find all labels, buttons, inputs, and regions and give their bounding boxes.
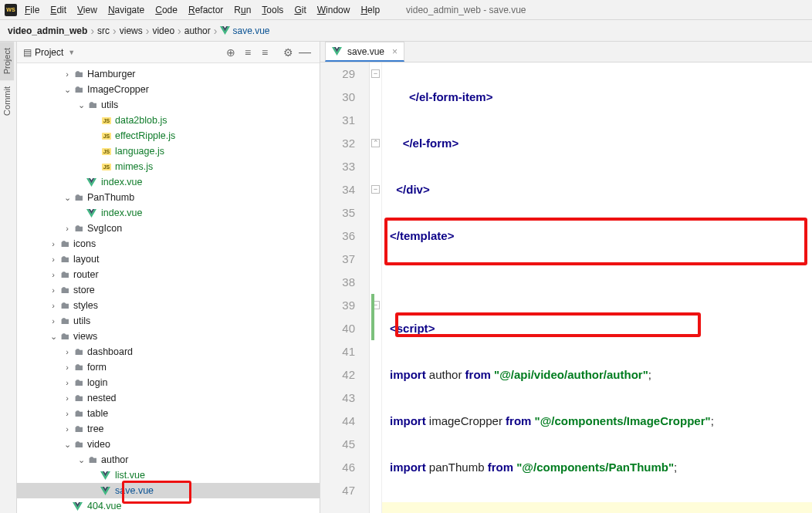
folder-icon: 🖿: [73, 376, 85, 389]
crumb-root[interactable]: video_admin_web: [8, 25, 87, 36]
tree-item-effectripple[interactable]: ·JSeffectRipple.js: [17, 128, 320, 143]
menu-navigate[interactable]: NavigateNavigate: [108, 5, 144, 15]
close-icon[interactable]: ×: [392, 46, 398, 57]
folder-icon: 🖿: [73, 346, 85, 358]
project-header: ▤ Project ▼ ⊕ ≡ ≡ ⚙ —: [17, 42, 320, 63]
project-tree[interactable]: ›🖿Hamburger ⌄🖿ImageCropper ⌄🖿utils ·JSda…: [17, 63, 320, 513]
fold-minus-icon[interactable]: −: [371, 185, 380, 194]
folder-icon: 🖿: [73, 423, 85, 435]
folder-icon: 🖿: [73, 361, 85, 373]
folder-icon: 🖿: [73, 438, 85, 451]
select-opened-file-icon[interactable]: ⊕: [222, 46, 239, 59]
tree-item-panthumb[interactable]: ⌄🖿PanThumb: [17, 190, 320, 205]
expand-all-icon[interactable]: ≡: [239, 46, 256, 59]
menubar: WS FFileile EditEdit ViewView NavigateNa…: [0, 0, 812, 20]
vue-icon: [100, 484, 113, 497]
editor-body[interactable]: 29303132333435363738394041424344454647 −…: [320, 62, 812, 513]
tree-item-tree[interactable]: ›🖿tree: [17, 421, 320, 437]
folder-icon: 🖿: [59, 253, 71, 265]
tree-item-store[interactable]: ›🖿store: [17, 282, 320, 298]
hide-button[interactable]: —: [296, 49, 313, 56]
tree-item-router[interactable]: ›🖿router: [17, 267, 320, 282]
fold-end-icon[interactable]: ⌃: [371, 139, 380, 147]
tree-item-savevue[interactable]: ·save.vue: [17, 483, 320, 498]
line-number-gutter: 29303132333435363738394041424344454647: [320, 62, 370, 513]
crumb-video[interactable]: video: [152, 25, 174, 36]
breadcrumb: video_admin_web › src › views › video › …: [0, 20, 812, 42]
gear-icon[interactable]: ⚙: [279, 46, 296, 59]
crumb-views[interactable]: views: [120, 25, 143, 36]
tree-item-login[interactable]: ›🖿login: [17, 375, 320, 390]
vue-icon: [86, 207, 99, 219]
vue-icon: [86, 176, 99, 188]
tree-item-author[interactable]: ⌄🖿author: [17, 452, 320, 467]
tab-save-vue[interactable]: save.vue ×: [325, 42, 404, 62]
project-title[interactable]: ▤ Project ▼: [23, 47, 75, 58]
crumb-file[interactable]: save.vue: [220, 25, 269, 36]
menu-view[interactable]: ViewView: [77, 5, 97, 15]
tree-item-views[interactable]: ⌄🖿views: [17, 329, 320, 344]
tree-item-svgicon[interactable]: ›🖿SvgIcon: [17, 221, 320, 236]
tree-item-imagecropper[interactable]: ⌄🖿ImageCropper: [17, 82, 320, 97]
tree-item-layout[interactable]: ›🖿layout: [17, 251, 320, 267]
crumb-src[interactable]: src: [97, 25, 110, 36]
tree-item-form[interactable]: ›🖿form: [17, 359, 320, 375]
tree-item-utils2[interactable]: ›🖿utils: [17, 313, 320, 329]
menu-tools[interactable]: ToolsTools: [262, 5, 283, 15]
vue-icon: [332, 47, 342, 56]
vue-icon: [220, 26, 230, 35]
tree-item-nested[interactable]: ›🖿nested: [17, 390, 320, 406]
menu-run[interactable]: RunRun: [234, 5, 251, 15]
tree-item-dashboard[interactable]: ›🖿dashboard: [17, 344, 320, 359]
project-icon: ▤: [23, 47, 32, 58]
crumb-file-label: save.vue: [232, 25, 269, 36]
folder-icon: 🖿: [86, 99, 99, 111]
folder-icon: 🖿: [73, 191, 85, 204]
chevron-right-icon: ›: [113, 25, 117, 37]
js-icon: JS: [100, 145, 113, 157]
tree-item-mimes[interactable]: ·JSmimes.js: [17, 159, 320, 174]
tree-item-table[interactable]: ›🖿table: [17, 406, 320, 421]
tool-commit[interactable]: Commit: [0, 80, 14, 122]
folder-icon: 🖿: [73, 392, 85, 404]
window-title: video_admin_web - save.vue: [406, 5, 526, 15]
tree-item-hamburger[interactable]: ›🖿Hamburger: [17, 66, 320, 82]
code-area[interactable]: </el-form-item> </el-form> </div> </temp…: [382, 62, 812, 513]
js-icon: JS: [100, 114, 113, 127]
tree-item-utils[interactable]: ⌄🖿utils: [17, 97, 320, 113]
menu-window[interactable]: WindowWindow: [317, 5, 350, 15]
tree-item-language[interactable]: ·JSlanguage.js: [17, 143, 320, 159]
tree-item-data2blob[interactable]: ·JSdata2blob.js: [17, 113, 320, 128]
tree-item-index2[interactable]: ·index.vue: [17, 205, 320, 221]
folder-icon: 🖿: [59, 330, 71, 343]
menu-help[interactable]: HelpHelp: [360, 5, 380, 15]
collapse-all-icon[interactable]: ≡: [256, 46, 273, 59]
folder-icon: 🖿: [59, 268, 71, 281]
tree-item-styles[interactable]: ›🖿styles: [17, 298, 320, 313]
menu-file[interactable]: FFileile: [25, 5, 39, 15]
menu-edit[interactable]: EditEdit: [50, 5, 66, 15]
tree-item-index1[interactable]: ·index.vue: [17, 174, 320, 190]
folder-icon: 🖿: [73, 68, 85, 80]
menu-git[interactable]: GitGit: [294, 5, 306, 15]
tree-item-404[interactable]: ·404.vue: [17, 498, 320, 513]
tree-item-listvue[interactable]: ·list.vue: [17, 467, 320, 483]
menu-refactor[interactable]: RefactorRefactor: [188, 5, 223, 15]
folder-icon: 🖿: [73, 222, 85, 235]
tool-project[interactable]: Project: [0, 42, 14, 80]
menu-code[interactable]: CodeCode: [155, 5, 178, 15]
editor-pane: save.vue × 29303132333435363738394041424…: [320, 42, 812, 513]
chevron-right-icon: ›: [146, 25, 150, 37]
tree-item-icons[interactable]: ›🖿icons: [17, 236, 320, 251]
chevron-right-icon: ›: [178, 25, 181, 37]
app-logo: WS: [5, 4, 17, 16]
fold-minus-icon[interactable]: −: [371, 69, 380, 78]
js-icon: JS: [100, 160, 113, 173]
tree-item-video[interactable]: ⌄🖿video: [17, 437, 320, 452]
crumb-author[interactable]: author: [184, 25, 211, 36]
fold-gutter[interactable]: − ⌃ − −: [370, 62, 382, 513]
vcs-change-bar: [371, 294, 374, 340]
folder-icon: 🖿: [59, 315, 71, 327]
left-tool-strip: Project Commit: [0, 42, 17, 513]
js-icon: JS: [100, 130, 113, 142]
